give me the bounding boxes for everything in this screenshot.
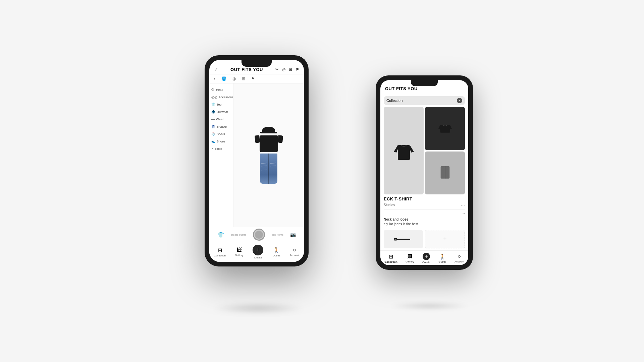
phone1-nav-create[interactable]: + Create bbox=[253, 245, 263, 259]
category-waist[interactable]: — Waist bbox=[209, 116, 233, 123]
phone2-nav-account[interactable]: ○ Account bbox=[454, 253, 464, 263]
phone2-bottom-nav: ⊞ Collection 🖼 Gallery + Create 🚶 Outfit… bbox=[380, 250, 468, 265]
collection-nav-icon: ⊞ bbox=[389, 253, 393, 260]
outwear-icon: 🧥 bbox=[211, 110, 215, 114]
phone2-nav-create[interactable]: + Create bbox=[422, 253, 430, 264]
tab-grid-icon[interactable]: ⊞ bbox=[242, 76, 245, 81]
svg-line-15 bbox=[270, 166, 276, 166]
camera-flip-icon[interactable]: 📷 bbox=[290, 232, 296, 237]
phone1-nav-outfits[interactable]: 🚶 Outfits bbox=[273, 247, 280, 257]
head-icon: ⛑ bbox=[211, 88, 215, 92]
belt-svg bbox=[394, 237, 413, 242]
phone1-nav-collection[interactable]: ⊞ Collection bbox=[214, 247, 226, 257]
phone2-screen: OUT FITS YOU Collection × bbox=[380, 80, 468, 265]
jeans-svg bbox=[260, 154, 277, 184]
p1-outfits-label: Outfits bbox=[273, 254, 280, 257]
camera-shutter-button[interactable] bbox=[253, 229, 265, 241]
wardrobe-canvas bbox=[233, 83, 304, 227]
tshirt-main-svg bbox=[394, 136, 414, 166]
comment-title: Neck and loose bbox=[384, 217, 465, 222]
collection-close-button[interactable]: × bbox=[457, 98, 462, 103]
p1-collection-label: Collection bbox=[214, 254, 226, 257]
p1-collection-icon: ⊞ bbox=[218, 247, 222, 253]
account-nav-label: Account bbox=[454, 260, 464, 263]
close-label: close bbox=[215, 147, 222, 150]
p1-gallery-label: Gallery bbox=[235, 254, 243, 257]
phone2-device: OUT FITS YOU Collection × bbox=[376, 75, 473, 270]
product-image-alt1[interactable] bbox=[425, 107, 465, 150]
hat-item bbox=[262, 127, 275, 133]
tab-bookmark-icon[interactable]: ⚑ bbox=[251, 76, 255, 81]
shirt-item bbox=[260, 135, 278, 152]
category-shoes[interactable]: 👟 Shoes bbox=[209, 138, 233, 145]
pants-svg bbox=[438, 165, 452, 181]
phone1-device: ⤢ OUT FITS YOU ✂ ◎ ⊞ ⚑ ‹ 🪣 ◎ ⊞ ⚑ bbox=[205, 55, 309, 266]
filter-icons-group: ✂ ◎ ⊞ ⚑ bbox=[275, 67, 299, 72]
collection-label: Collection bbox=[386, 99, 402, 103]
expand-icon[interactable]: ⤢ bbox=[214, 67, 218, 72]
create-plus-button[interactable]: + bbox=[253, 245, 263, 255]
svg-line-11 bbox=[261, 163, 267, 164]
phone1-screen: ⤢ OUT FITS YOU ✂ ◎ ⊞ ⚑ ‹ 🪣 ◎ ⊞ ⚑ bbox=[209, 60, 304, 262]
grid-icon[interactable]: ⊞ bbox=[289, 67, 292, 72]
shutter-inner bbox=[255, 231, 263, 239]
top-icon: 👕 bbox=[211, 103, 215, 106]
p1-outfits-icon: 🚶 bbox=[273, 247, 280, 253]
phone2-nav-outfits[interactable]: 🚶 Outfits bbox=[438, 253, 446, 263]
add-item-button[interactable]: + bbox=[425, 230, 465, 248]
tab-hangers-icon[interactable]: 🪣 bbox=[221, 76, 226, 81]
waist-icon: — bbox=[211, 117, 215, 121]
trouser-icon: 👖 bbox=[211, 125, 215, 128]
category-outwear[interactable]: 🧥 Outwear bbox=[209, 108, 233, 115]
target-icon[interactable]: ◎ bbox=[282, 67, 285, 72]
category-head[interactable]: ⛑ Head bbox=[209, 86, 233, 93]
category-top[interactable]: 👕 Top bbox=[209, 101, 233, 108]
account-nav-icon: ○ bbox=[458, 253, 461, 259]
belt-item[interactable] bbox=[384, 230, 423, 248]
more-options-button[interactable]: ··· bbox=[461, 202, 465, 207]
category-close[interactable]: ∧ close bbox=[209, 145, 233, 152]
svg-line-14 bbox=[270, 163, 276, 164]
outfits-nav-label: Outfits bbox=[438, 260, 446, 263]
category-accessories[interactable]: ◎◎ Accessories bbox=[209, 94, 233, 101]
trouser-label: Trouser bbox=[217, 125, 227, 128]
p1-create-label: Create bbox=[254, 256, 262, 259]
phone1-title: OUT FITS YOU bbox=[230, 67, 263, 72]
gallery-nav-label: Gallery bbox=[406, 260, 414, 263]
jeans-item bbox=[260, 154, 277, 184]
phone2-nav-collection[interactable]: ⊞ Collection bbox=[384, 253, 397, 263]
flag-icon[interactable]: ⚑ bbox=[296, 67, 299, 72]
tshirt-alt-svg bbox=[438, 122, 452, 135]
phone1-main: ⛑ Head ◎◎ Accessories 👕 Top 🧥 Outwear bbox=[209, 83, 304, 227]
gallery-nav-icon: 🖼 bbox=[407, 253, 413, 259]
phone2-shadow bbox=[389, 302, 470, 310]
camera-bar: 👕 create outfits add items 📷 bbox=[209, 227, 304, 243]
product-brand: Studios bbox=[384, 203, 395, 207]
svg-line-12 bbox=[261, 166, 267, 166]
waist-label: Waist bbox=[216, 118, 223, 121]
product-info: ECK T-SHIRT Studios ··· bbox=[380, 194, 468, 208]
tab-scan-icon[interactable]: ◎ bbox=[232, 76, 236, 81]
svg-marker-2 bbox=[410, 145, 414, 153]
phone1-nav-gallery[interactable]: 🖼 Gallery bbox=[235, 247, 243, 257]
comment-more-button[interactable]: ··· bbox=[462, 211, 465, 216]
shirt-tab-icon[interactable]: 👕 bbox=[217, 232, 224, 238]
scene: OUT FITS YOU Collection × bbox=[171, 55, 473, 307]
category-socks[interactable]: 🧦 Socks bbox=[209, 130, 233, 137]
product-name: ECK T-SHIRT bbox=[384, 196, 465, 201]
tab-back-button[interactable]: ‹ bbox=[214, 76, 215, 81]
close-chevron-icon: ∧ bbox=[211, 147, 214, 150]
p1-account-label: Account bbox=[289, 254, 299, 257]
top-label: Top bbox=[217, 103, 222, 106]
socks-icon: 🧦 bbox=[211, 132, 215, 136]
svg-line-13 bbox=[261, 170, 267, 170]
phone1-nav-account[interactable]: ○ Account bbox=[289, 247, 299, 257]
product-image-alt2[interactable] bbox=[425, 152, 465, 195]
phone2-nav-gallery[interactable]: 🖼 Gallery bbox=[406, 253, 414, 263]
shoes-icon: 👟 bbox=[211, 139, 215, 143]
shoes-label: Shoes bbox=[217, 140, 225, 143]
product-image-main[interactable] bbox=[384, 107, 424, 194]
category-trouser[interactable]: 👖 Trouser bbox=[209, 123, 233, 130]
phone1-shadow bbox=[211, 303, 305, 313]
scissors-icon[interactable]: ✂ bbox=[275, 67, 279, 72]
